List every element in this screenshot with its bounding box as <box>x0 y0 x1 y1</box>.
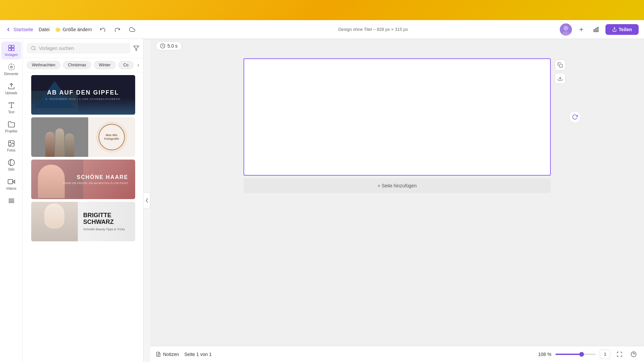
sidebar-item-videos[interactable]: Videos <box>1 175 21 193</box>
add-page-button[interactable]: + Seite hinzufügen <box>244 178 551 193</box>
sidebar-item-uploads[interactable]: Uploads <box>1 80 21 98</box>
text-icon <box>8 102 15 109</box>
resize-label: Größe ändern <box>63 27 92 32</box>
tag-co[interactable]: Co <box>118 61 133 69</box>
template-3-text: SCHÖNE HAARE FINDE DIE FRISUR, DIE AM BE… <box>63 174 128 185</box>
template-4-title: BRIGITTE SCHWARZ <box>83 212 130 226</box>
page-number: 1 <box>604 352 606 357</box>
sidebar-item-elemente[interactable]: Elemente <box>1 61 21 78</box>
sidebar-item-vorlagen[interactable]: Vorlagen <box>1 42 21 59</box>
undo-icon <box>100 26 106 33</box>
page-info: Seite 1 von 1 <box>184 352 212 357</box>
svg-rect-6 <box>595 28 596 32</box>
elemente-label: Elemente <box>4 72 18 76</box>
tag-weihnachten[interactable]: Weihnachten <box>27 61 60 69</box>
canvas-right-tools <box>555 60 566 84</box>
template-card-mountain[interactable]: AB AUF DEN GIPFEL 4. NOVEMBER 2020 | 8 U… <box>31 75 135 115</box>
resize-button[interactable]: 🌟 Größe ändern <box>55 27 92 32</box>
canvas-frame[interactable] <box>244 58 551 176</box>
timer-badge: 5.0 s <box>156 42 182 50</box>
clock-icon <box>160 43 165 49</box>
panel-collapse-button[interactable] <box>144 192 150 208</box>
template-4-subtitle: Schnelle Beauty-Tipps & Tricks <box>83 228 130 231</box>
svg-marker-20 <box>12 180 14 183</box>
svg-point-18 <box>10 142 11 143</box>
template-1-subtitle: 4. NOVEMBER 2020 | 8 UHR SCHNEELÜCKBERG <box>46 98 121 101</box>
bottom-right: 108 % 1 <box>538 349 639 359</box>
template-card-photography[interactable]: Max Mix Fotografie <box>31 117 135 157</box>
tag-christmas[interactable]: Christmas <box>63 61 91 69</box>
help-button[interactable] <box>629 349 639 359</box>
chevron-left-small-icon <box>145 198 149 203</box>
top-bar <box>0 0 644 20</box>
zoom-thumb[interactable] <box>579 352 584 357</box>
videos-icon <box>8 178 15 185</box>
home-button[interactable]: Startseite <box>5 26 33 33</box>
svg-rect-7 <box>597 27 598 32</box>
zoom-slider <box>555 354 596 355</box>
svg-rect-30 <box>559 64 562 67</box>
template-card-beauty[interactable]: BRIGITTE SCHWARZ Schnelle Beauty-Tipps &… <box>31 202 135 241</box>
export-button[interactable] <box>555 73 566 84</box>
cloud-save-button[interactable] <box>127 24 138 35</box>
sidebar-item-projekte[interactable]: Projekte <box>1 118 21 136</box>
uploads-icon <box>8 82 15 90</box>
cloud-icon <box>129 26 136 33</box>
fullscreen-icon <box>616 351 623 357</box>
videos-label: Videos <box>6 187 16 190</box>
avatar-image <box>560 23 572 36</box>
panel: Weihnachten Christmas Winter Co › AB AUF… <box>23 39 144 362</box>
sidebar-item-text[interactable]: Text <box>1 99 21 117</box>
template-1-title: AB AUF DEN GIPFEL <box>46 89 121 96</box>
add-button[interactable] <box>576 24 587 35</box>
patterns-icon <box>8 197 15 204</box>
svg-point-26 <box>32 46 35 50</box>
file-menu[interactable]: Datei <box>39 27 50 32</box>
tags-more-button[interactable]: › <box>136 61 141 69</box>
zoom-fill <box>555 354 582 355</box>
resize-emoji: 🌟 <box>55 27 61 32</box>
uploads-label: Uploads <box>5 91 17 95</box>
template-2-photo <box>31 117 89 157</box>
bottom-left: Notizen Seite 1 von 1 <box>156 352 212 357</box>
search-input-wrapper <box>27 43 130 54</box>
sidebar-item-fotos[interactable]: Fotos <box>1 137 21 155</box>
plus-icon <box>578 26 584 33</box>
search-input[interactable] <box>39 46 126 51</box>
notes-button[interactable]: Notizen <box>156 352 179 357</box>
canvas-area: 5.0 s <box>150 39 644 362</box>
share-button[interactable]: Teilen <box>605 24 639 35</box>
bottom-bar: Notizen Seite 1 von 1 108 % 1 <box>150 346 644 362</box>
stile-icon <box>8 159 15 166</box>
user-avatar[interactable] <box>560 23 572 36</box>
redo-button[interactable] <box>112 24 123 35</box>
svg-rect-21 <box>8 180 12 184</box>
svg-point-13 <box>10 66 12 68</box>
svg-rect-9 <box>8 45 11 48</box>
canvas-main: + Seite hinzufügen <box>150 53 644 346</box>
copy-icon <box>557 62 563 68</box>
share-icon <box>612 27 617 32</box>
main-content: Vorlagen Elemente Uploads <box>0 39 644 362</box>
copy-button[interactable] <box>555 60 566 70</box>
tags-row: Weihnachten Christmas Winter Co › <box>23 58 143 72</box>
filter-icon <box>133 45 139 51</box>
stats-button[interactable] <box>591 24 601 35</box>
template-4-text: BRIGITTE SCHWARZ Schnelle Beauty-Tipps &… <box>78 212 135 231</box>
vorlagen-label: Vorlagen <box>5 53 18 57</box>
zoom-percent: 108 % <box>538 352 551 357</box>
sidebar: Vorlagen Elemente Uploads <box>0 39 23 362</box>
undo-button[interactable] <box>97 24 108 35</box>
sidebar-item-patterns[interactable] <box>1 194 21 207</box>
zoom-track <box>555 354 596 355</box>
fullscreen-button[interactable] <box>614 349 625 359</box>
search-icon <box>31 46 36 51</box>
refresh-button[interactable] <box>569 111 581 123</box>
app-container: Startseite Datei 🌟 Größe ändern <box>0 20 644 362</box>
template-3-title: SCHÖNE HAARE <box>63 174 128 180</box>
tag-winter[interactable]: Winter <box>94 61 116 69</box>
filter-button[interactable] <box>133 45 139 51</box>
svg-marker-28 <box>134 46 139 51</box>
template-card-hair[interactable]: SCHÖNE HAARE FINDE DIE FRISUR, DIE AM BE… <box>31 160 135 199</box>
sidebar-item-stile[interactable]: Stile <box>1 156 21 174</box>
